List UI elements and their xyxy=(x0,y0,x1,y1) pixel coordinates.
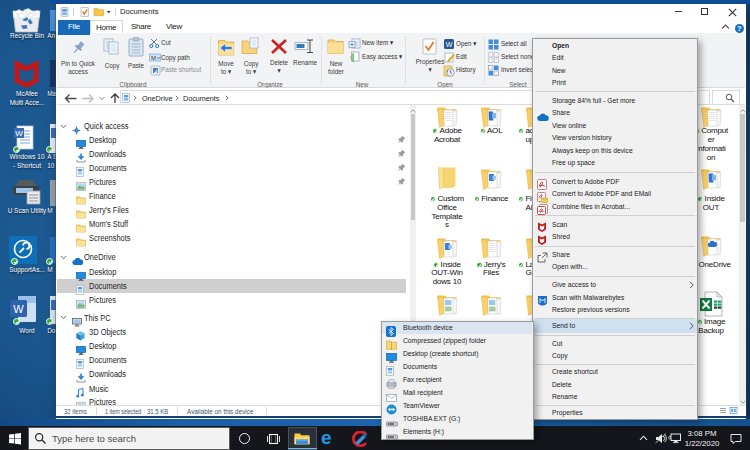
svg-text:W: W xyxy=(445,41,452,48)
svg-text:M: M xyxy=(151,55,156,61)
svg-text:W: W xyxy=(13,303,24,315)
svg-text:W: W xyxy=(15,129,23,138)
